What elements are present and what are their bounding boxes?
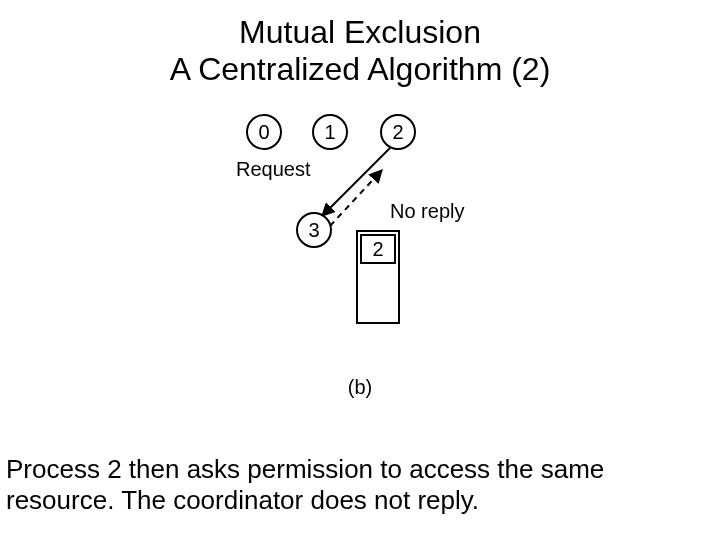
diagram: 0 1 2 3 Request No reply 2 (b) — [230, 108, 490, 408]
process-node-0: 0 — [246, 114, 282, 150]
slide-title: Mutual Exclusion A Centralized Algorithm… — [0, 14, 720, 88]
title-line-2: A Centralized Algorithm (2) — [170, 51, 551, 87]
coordinator-node-3: 3 — [296, 212, 332, 248]
request-arrow — [322, 148, 390, 216]
no-reply-arrow — [330, 170, 382, 226]
title-line-1: Mutual Exclusion — [239, 14, 481, 50]
slide: Mutual Exclusion A Centralized Algorithm… — [0, 0, 720, 540]
queue-item: 2 — [360, 234, 396, 264]
request-label: Request — [236, 158, 311, 181]
process-node-2: 2 — [380, 114, 416, 150]
process-node-1: 1 — [312, 114, 348, 150]
caption-line-2: resource. The coordinator does not reply… — [6, 485, 479, 515]
caption-line-1: Process 2 then asks permission to access… — [6, 454, 604, 484]
caption: Process 2 then asks permission to access… — [6, 454, 714, 516]
no-reply-label: No reply — [390, 200, 464, 223]
subfigure-label: (b) — [230, 376, 490, 399]
